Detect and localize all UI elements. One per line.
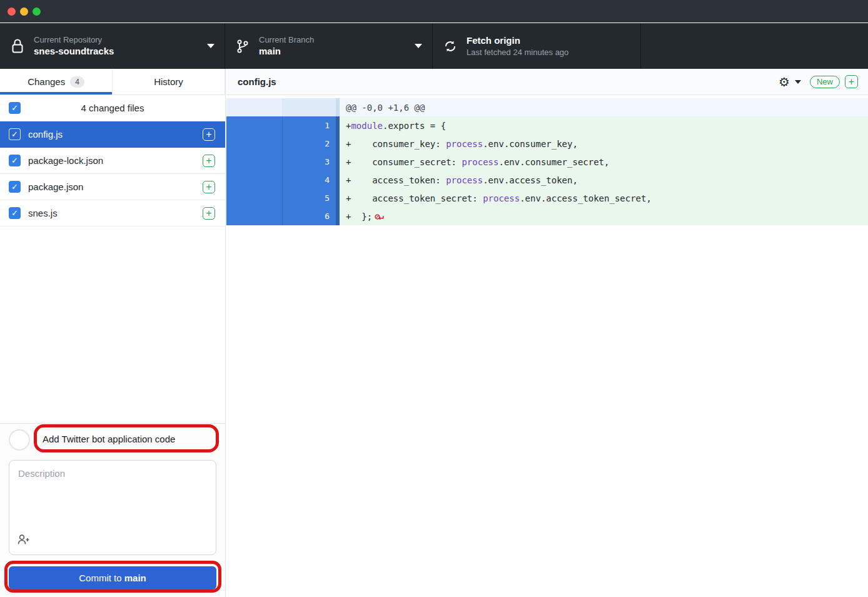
line-number-gutter[interactable]: 3 [283,153,336,171]
chevron-down-icon[interactable] [795,80,801,84]
code-token: + access_token: [346,175,446,185]
file-status-added-icon: + [203,207,215,220]
line-number-gutter[interactable]: 6 [283,207,336,225]
diff-gutter[interactable] [226,207,283,225]
keyword-token: process [462,157,498,167]
commit-summary-input[interactable]: Add Twitter bot application code [43,434,175,444]
line-number-gutter[interactable]: 4 [283,171,336,189]
commit-description-input[interactable]: Description [9,460,216,555]
file-name: snes.js [28,208,58,218]
line-number-gutter[interactable]: 1 [283,116,336,135]
changed-files-header: ✓ 4 changed files [0,95,225,121]
tab-label: Changes [28,76,65,87]
fetch-label: Fetch origin [467,34,568,47]
file-status-added-icon: + [203,155,215,167]
fetch-origin-button[interactable]: Fetch origin Last fetched 24 minutes ago [433,23,641,69]
branch-label: Current Branch [259,34,314,46]
file-row-snes.js[interactable]: ✓snes.js+ [0,200,225,227]
expand-diff-icon[interactable]: + [845,75,858,88]
zoom-button[interactable] [33,8,41,16]
diff-line-5[interactable]: 5+ access_token_secret: process.env.acce… [226,189,868,207]
code-token: .env.access_token, [483,175,578,185]
file-row-package-lock.json[interactable]: ✓package-lock.json+ [0,148,225,174]
commit-branch-name: main [124,573,146,583]
current-branch-dropdown[interactable]: Current Branch main [225,23,433,69]
diff-line-2[interactable]: 2+ consumer_key: process.env.consumer_ke… [226,135,868,153]
keyword-token: process [446,175,483,185]
sidebar: Changes4History ✓ 4 changed files ✓confi… [0,69,226,597]
diff-gutter[interactable] [226,98,283,116]
diff-line-6[interactable]: 6+ };⊘↵ [226,207,868,225]
code-token: + }; [346,212,372,222]
no-newline-icon: ⊘↵ [375,212,383,222]
git-branch-icon [235,38,250,54]
code-token: .env.consumer_secret, [498,157,609,167]
file-checkbox[interactable]: ✓ [9,207,21,219]
keyword-token: process [483,193,520,203]
gear-icon[interactable]: ⚙ [779,76,790,88]
tab-history[interactable]: History [113,69,225,94]
titlebar [0,0,868,23]
diff-view: @@ -0,0 +1,6 @@1+module.exports = {2+ co… [226,95,868,597]
commit-button[interactable]: Commit to main [9,566,216,589]
description-placeholder: Description [18,468,65,479]
new-file-badge: New [810,76,840,88]
code-line: + access_token_secret: process.env.acces… [340,189,868,207]
changed-files-count: 4 changed files [0,103,225,113]
code-token: + consumer_secret: [346,157,462,167]
tab-changes[interactable]: Changes4 [0,69,113,94]
current-repository-dropdown[interactable]: Current Repository snes-soundtracks [0,23,225,69]
diff-file-name: config.js [238,76,276,87]
code-token: + [346,121,351,131]
close-button[interactable] [8,8,16,16]
code-line: @@ -0,0 +1,6 @@ [340,98,868,116]
diff-gutter[interactable] [226,116,283,135]
diff-gutter[interactable] [226,189,283,207]
diff-line-4[interactable]: 4+ access_token: process.env.access_toke… [226,171,868,189]
tabbar: Changes4History [0,69,225,95]
minimize-button[interactable] [20,8,28,16]
code-token: .exports = { [383,121,446,131]
diff-gutter[interactable] [226,135,283,153]
line-number-gutter[interactable]: 5 [283,189,336,207]
keyword-token: process [446,139,483,149]
file-name: package-lock.json [28,155,103,166]
tab-label: History [154,76,183,87]
file-checkbox[interactable]: ✓ [9,155,21,166]
changed-file-list: ✓config.js+✓package-lock.json+✓package.j… [0,121,225,423]
select-all-checkbox[interactable]: ✓ [9,102,21,114]
diff-header: config.js ⚙ New + [226,69,868,95]
line-number-gutter[interactable]: 2 [283,135,336,153]
toolbar: Current Repository snes-soundtracks Curr… [0,23,868,69]
commit-panel: Add Twitter bot application code Descrip… [0,423,225,597]
hunk-header-row[interactable]: @@ -0,0 +1,6 @@ [226,98,868,116]
chevron-down-icon [207,44,214,48]
lock-icon [10,38,25,54]
chevron-down-icon [415,44,422,48]
code-token: .env.consumer_key, [483,139,578,149]
code-line: + };⊘↵ [340,207,868,225]
code-line: + consumer_key: process.env.consumer_key… [340,135,868,153]
code-token: + consumer_key: [346,139,446,149]
file-row-config.js[interactable]: ✓config.js+ [0,121,225,148]
diff-gutter[interactable] [226,171,283,189]
diff-line-1[interactable]: 1+module.exports = { [226,116,868,135]
avatar [9,429,30,451]
keyword-token: module [351,121,383,131]
file-checkbox[interactable]: ✓ [9,128,21,140]
changes-count-badge: 4 [70,76,84,88]
line-number-gutter[interactable] [283,98,336,116]
add-coauthor-icon[interactable] [17,533,31,548]
file-name: package.json [28,181,83,192]
file-checkbox[interactable]: ✓ [9,181,21,193]
file-row-package.json[interactable]: ✓package.json+ [0,174,225,200]
diff-line-3[interactable]: 3+ consumer_secret: process.env.consumer… [226,153,868,171]
repo-label: Current Repository [34,34,114,46]
diff-gutter[interactable] [226,153,283,171]
code-token: + access_token_secret: [346,193,483,203]
file-status-added-icon: + [203,181,215,193]
code-line: + access_token: process.env.access_token… [340,171,868,189]
code-line: + consumer_secret: process.env.consumer_… [340,153,868,171]
branch-name: main [259,45,314,58]
code-token: .env.access_token_secret, [520,193,652,203]
